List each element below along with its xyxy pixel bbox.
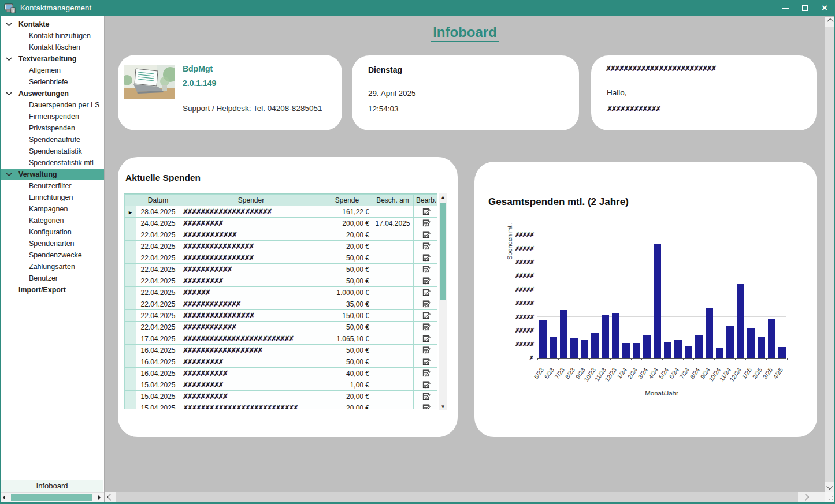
edit-icon[interactable]: [422, 253, 431, 262]
cell-bearb[interactable]: [414, 218, 438, 229]
cell-bearb[interactable]: [414, 287, 438, 298]
cell-bearb[interactable]: [414, 391, 438, 402]
scroll-left-icon[interactable]: [105, 492, 116, 502]
scrollbar-thumb[interactable]: [116, 492, 798, 502]
col-spender[interactable]: Spender: [180, 195, 322, 206]
col-spende[interactable]: Spende: [322, 195, 372, 206]
sidebar-item-konfiguration[interactable]: Konfiguration: [1, 226, 104, 238]
row-selector[interactable]: [125, 241, 136, 252]
cell-bearb[interactable]: [414, 333, 438, 345]
cell-bearb[interactable]: [414, 310, 438, 322]
scroll-down-icon[interactable]: [825, 482, 834, 492]
sidebar-item-spendenstatistik[interactable]: Spendenstatistik: [1, 145, 104, 157]
cell-bearb[interactable]: [414, 252, 438, 264]
cell-bearb[interactable]: [414, 264, 438, 275]
scroll-right-icon[interactable]: [800, 492, 811, 502]
edit-icon[interactable]: [422, 207, 431, 215]
row-selector[interactable]: [125, 322, 136, 333]
sidebar-item-firmenspenden[interactable]: Firmenspenden: [1, 111, 104, 122]
cell-bearb[interactable]: [414, 298, 438, 310]
row-selector[interactable]: [125, 356, 136, 368]
table-row[interactable]: 15.04.2025✗✗✗✗✗ ✗✗✗✗✗20,00 €: [125, 391, 438, 402]
row-selector[interactable]: ►: [125, 206, 136, 218]
edit-icon[interactable]: [422, 380, 431, 389]
sidebar-group-textverarbeitung[interactable]: Textverarbeitung: [1, 53, 104, 65]
table-row[interactable]: 16.04.2025✗✗✗✗✗✗ ✗✗✗✗40,00 €: [125, 368, 438, 379]
table-row[interactable]: 15.04.2025✗✗✗✗ ✗✗✗✗✗1,00 €: [125, 379, 438, 391]
cell-bearb[interactable]: [414, 345, 438, 356]
sidebar-item-serienbriefe[interactable]: Serienbriefe: [1, 76, 104, 88]
table-row[interactable]: 22.04.2025✗✗✗✗✗✗✗✗✗ ✗✗✗50,00 €: [125, 322, 438, 333]
scrollbar-thumb[interactable]: [440, 203, 446, 300]
scroll-right-icon[interactable]: [98, 495, 101, 500]
sidebar-group-auswertungen[interactable]: Auswertungen: [1, 88, 104, 99]
sidebar-group-import-export[interactable]: Import/Export: [1, 284, 104, 296]
close-button[interactable]: ×: [815, 0, 834, 16]
edit-icon[interactable]: [422, 334, 431, 342]
sidebar-item-kategorien[interactable]: Kategorien: [1, 215, 104, 226]
sidebar-item-benutzerfilter[interactable]: Benutzerfilter: [1, 180, 104, 192]
sidebar-item-privatspenden[interactable]: Privatspenden: [1, 122, 104, 134]
edit-icon[interactable]: [422, 357, 431, 365]
edit-icon[interactable]: [422, 218, 431, 227]
main-vertical-scrollbar[interactable]: [825, 17, 834, 492]
main-horizontal-scrollbar[interactable]: [105, 492, 825, 502]
minimize-button[interactable]: [775, 0, 795, 16]
cell-bearb[interactable]: [414, 322, 438, 333]
sidebar-item-spendenstatistik-mtl[interactable]: Spendenstatistik mtl: [1, 157, 104, 169]
row-selector[interactable]: [125, 264, 136, 275]
table-row[interactable]: 22.04.2025✗✗✗✗✗✗✗✗✗✗ ✗✗✗✗✗✗50,00 €: [125, 252, 438, 264]
row-selector[interactable]: [125, 229, 136, 241]
row-selector[interactable]: [125, 310, 136, 322]
cell-bearb[interactable]: [414, 368, 438, 379]
table-row[interactable]: 22.04.2025✗✗✗✗✗✗✗✗✗✗✗ ✗✗✗✗✗20,00 €: [125, 241, 438, 252]
edit-icon[interactable]: [422, 368, 431, 377]
col-datum[interactable]: Datum: [136, 195, 180, 206]
sidebar-tab-infoboard[interactable]: Infoboard: [1, 480, 103, 492]
col-bearb[interactable]: Bearb.: [414, 195, 438, 206]
row-selector[interactable]: [125, 368, 136, 379]
sidebar-horizontal-scrollbar[interactable]: [1, 492, 104, 502]
edit-icon[interactable]: [422, 311, 431, 319]
sidebar-item-kontakt-l-schen[interactable]: Kontakt löschen: [1, 42, 104, 53]
sidebar-group-kontakte[interactable]: Kontakte: [1, 18, 104, 30]
table-row[interactable]: ►28.04.2025✗✗✗✗✗✗✗✗ ✗✗✗✗✗✗ ✗✗✗✗✗✗161,22 …: [125, 206, 438, 218]
table-row[interactable]: 16.04.2025✗✗✗✗✗ ✗✗✗✗50,00 €: [125, 356, 438, 368]
sidebar-item-kampagnen[interactable]: Kampagnen: [1, 203, 104, 215]
sidebar-item-spendenaufrufe[interactable]: Spendenaufrufe: [1, 134, 104, 145]
cell-bearb[interactable]: [414, 229, 438, 241]
sidebar-item-spendenarten[interactable]: Spendenarten: [1, 238, 104, 249]
row-selector[interactable]: [125, 298, 136, 310]
row-selector[interactable]: [125, 287, 136, 298]
cell-bearb[interactable]: [414, 402, 438, 410]
maximize-button[interactable]: [795, 0, 815, 16]
table-row[interactable]: 22.04.2025✗✗✗✗✗ ✗✗✗✗✗✗✗ ✗✗✗✗150,00 €: [125, 310, 438, 322]
edit-icon[interactable]: [422, 288, 431, 296]
row-selector[interactable]: [125, 333, 136, 345]
sidebar-item-allgemein[interactable]: Allgemein: [1, 65, 104, 76]
scroll-down-icon[interactable]: ▼: [439, 403, 447, 410]
cell-bearb[interactable]: [414, 275, 438, 287]
table-row[interactable]: 15.04.2025✗✗✗✗✗✗✗ ✗✗✗✗✗ ✗✗✗✗✗✗✗✗✗✗✗✗✗✗20…: [125, 402, 438, 410]
edit-icon[interactable]: [422, 345, 431, 354]
row-selector[interactable]: [125, 402, 136, 410]
sidebar-item-einrichtungen[interactable]: Einrichtungen: [1, 192, 104, 203]
table-row[interactable]: 22.04.2025✗✗✗✗✗✗ ✗✗✗✗✗50,00 €: [125, 264, 438, 275]
table-row[interactable]: 22.04.2025✗✗✗✗✗✗✗✗ ✗✗✗✗✗35,00 €: [125, 298, 438, 310]
row-selector[interactable]: [125, 275, 136, 287]
sidebar-item-spendenzwecke[interactable]: Spendenzwecke: [1, 249, 104, 261]
table-row[interactable]: 22.04.2025✗✗✗✗ ✗✗✗ ✗✗✗✗✗20,00 €: [125, 229, 438, 241]
cell-bearb[interactable]: [414, 379, 438, 391]
row-selector[interactable]: [125, 218, 136, 229]
edit-icon[interactable]: [422, 391, 431, 400]
table-row[interactable]: 22.04.2025✗✗✗✗✗ ✗✗✗✗50,00 €: [125, 275, 438, 287]
cell-bearb[interactable]: [414, 206, 438, 218]
scrollbar-thumb[interactable]: [11, 494, 92, 501]
resize-grip[interactable]: [825, 492, 834, 502]
sidebar-item-kontakt-hinzuf-gen[interactable]: Kontakt hinzufügen: [1, 30, 104, 42]
sidebar-group-verwaltung[interactable]: Verwaltung: [1, 169, 104, 180]
edit-icon[interactable]: [422, 299, 431, 308]
edit-icon[interactable]: [422, 264, 431, 273]
sidebar-item-dauerspenden-per-ls[interactable]: Dauerspenden per LS: [1, 99, 104, 111]
edit-icon[interactable]: [422, 241, 431, 250]
